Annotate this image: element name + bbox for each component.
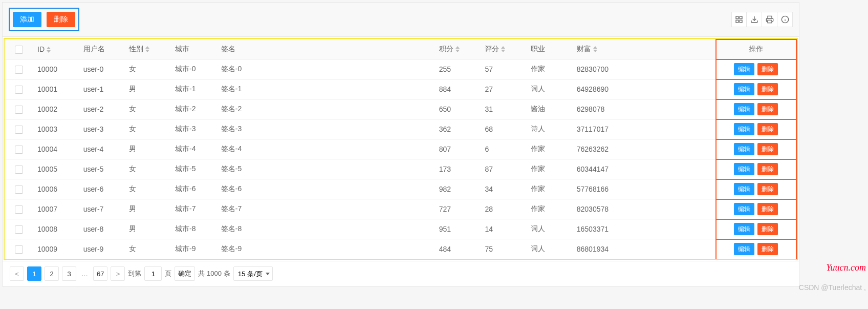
cell-user: user-4 xyxy=(79,139,125,159)
cell-job: 酱油 xyxy=(527,99,573,119)
edit-button[interactable]: 编辑 xyxy=(734,63,754,75)
col-score-label: 积分 xyxy=(439,45,453,53)
cell-id: 10008 xyxy=(33,219,79,239)
row-delete-button[interactable]: 删除 xyxy=(757,243,778,255)
edit-button[interactable]: 编辑 xyxy=(734,183,754,195)
edit-button[interactable]: 编辑 xyxy=(734,83,754,95)
row-delete-button[interactable]: 删除 xyxy=(757,203,778,215)
table-row: 10001user-1男城市-1签名-188427词人64928690编辑删除 xyxy=(5,79,796,99)
page-3-button[interactable]: 3 xyxy=(62,266,76,281)
sort-id[interactable] xyxy=(47,47,51,53)
cell-city: 城市-2 xyxy=(171,99,217,119)
prev-page-button[interactable]: < xyxy=(10,266,24,281)
row-delete-button[interactable]: 删除 xyxy=(757,83,778,95)
row-delete-button[interactable]: 删除 xyxy=(757,183,778,195)
col-operate-label: 操作 xyxy=(749,45,763,54)
cell-user: user-5 xyxy=(79,159,125,179)
row-checkbox[interactable] xyxy=(15,245,23,254)
add-button[interactable]: 添加 xyxy=(13,12,41,27)
edit-button[interactable]: 编辑 xyxy=(734,103,754,115)
cell-job: 作家 xyxy=(527,179,573,199)
table-row: 10006user-6女城市-6签名-698234作家57768166编辑删除 xyxy=(5,179,796,199)
row-delete-button[interactable]: 删除 xyxy=(757,223,778,235)
edit-button[interactable]: 编辑 xyxy=(734,163,754,175)
col-city-label: 城市 xyxy=(175,45,189,53)
cell-id: 10007 xyxy=(33,199,79,219)
goto-page-input[interactable] xyxy=(144,266,162,281)
cell-score: 362 xyxy=(435,119,481,139)
row-actions: 编辑删除 xyxy=(717,223,796,235)
cell-job: 作家 xyxy=(527,59,573,79)
cell-sex: 男 xyxy=(125,79,171,99)
row-delete-button[interactable]: 删除 xyxy=(757,143,778,155)
page-2-button[interactable]: 2 xyxy=(45,266,59,281)
cell-score: 484 xyxy=(435,239,481,259)
row-delete-button[interactable]: 删除 xyxy=(757,163,778,175)
print-icon[interactable] xyxy=(762,12,777,27)
edit-button[interactable]: 编辑 xyxy=(734,143,754,155)
edit-button[interactable]: 编辑 xyxy=(734,203,754,215)
cell-wealth: 82830700 xyxy=(573,59,716,79)
cell-sex: 女 xyxy=(125,119,171,139)
col-job-label: 职业 xyxy=(531,45,545,53)
edit-button[interactable]: 编辑 xyxy=(734,243,754,255)
cell-sign: 签名-8 xyxy=(217,219,435,239)
cell-wealth: 60344147 xyxy=(573,159,716,179)
table-row: 10007user-7男城市-7签名-772728作家82030578编辑删除 xyxy=(5,199,796,219)
row-checkbox[interactable] xyxy=(15,126,23,134)
delete-button[interactable]: 删除 xyxy=(47,12,75,27)
cell-id: 10002 xyxy=(33,99,79,119)
cell-city: 城市-8 xyxy=(171,219,217,239)
svg-rect-1 xyxy=(740,16,742,19)
columns-icon[interactable] xyxy=(731,12,747,27)
info-icon[interactable] xyxy=(777,12,793,27)
cell-city: 城市-7 xyxy=(171,199,217,219)
table-row: 10003user-3女城市-3签名-336268诗人37117017编辑删除 xyxy=(5,119,796,139)
cell-city: 城市-9 xyxy=(171,239,217,259)
sort-sex[interactable] xyxy=(145,46,149,52)
total-label: 共 1000 条 xyxy=(198,269,230,278)
per-page-select[interactable]: 15 条/页 xyxy=(233,266,273,281)
row-delete-button[interactable]: 删除 xyxy=(757,123,778,135)
watermark-site: Yuucn.com xyxy=(826,262,866,273)
row-checkbox[interactable] xyxy=(15,86,23,94)
row-checkbox[interactable] xyxy=(15,225,23,234)
row-checkbox[interactable] xyxy=(15,205,23,214)
cell-id: 10000 xyxy=(33,59,79,79)
page-last-button[interactable]: 67 xyxy=(93,266,107,281)
edit-button[interactable]: 编辑 xyxy=(734,123,754,135)
cell-score: 255 xyxy=(435,59,481,79)
row-actions: 编辑删除 xyxy=(717,63,796,75)
select-all-checkbox[interactable] xyxy=(15,46,23,54)
col-user-label: 用户名 xyxy=(83,45,105,53)
row-checkbox[interactable] xyxy=(15,186,23,194)
goto-label: 到第 xyxy=(128,269,141,278)
sort-wealth[interactable] xyxy=(593,46,597,52)
svg-rect-3 xyxy=(740,20,742,23)
cell-job: 诗人 xyxy=(527,119,573,139)
goto-confirm-button[interactable]: 确定 xyxy=(175,266,195,281)
row-checkbox[interactable] xyxy=(15,146,23,154)
col-rating-label: 评分 xyxy=(485,45,499,53)
edit-button[interactable]: 编辑 xyxy=(734,223,754,235)
row-delete-button[interactable]: 删除 xyxy=(757,63,778,75)
table-row: 10005user-5女城市-5签名-517387作家60344147编辑删除 xyxy=(5,159,796,179)
sort-score[interactable] xyxy=(455,46,460,52)
export-icon[interactable] xyxy=(747,12,762,27)
cell-city: 城市-0 xyxy=(171,59,217,79)
row-checkbox[interactable] xyxy=(15,66,23,74)
row-checkbox[interactable] xyxy=(15,106,23,114)
cell-rating: 31 xyxy=(481,99,527,119)
sort-rating[interactable] xyxy=(501,46,505,52)
cell-score: 807 xyxy=(435,139,481,159)
cell-sign: 签名-1 xyxy=(217,79,435,99)
row-delete-button[interactable]: 删除 xyxy=(757,103,778,115)
cell-sex: 男 xyxy=(125,199,171,219)
row-checkbox[interactable] xyxy=(15,166,23,174)
cell-city: 城市-3 xyxy=(171,119,217,139)
cell-score: 982 xyxy=(435,179,481,199)
page-1-button[interactable]: 1 xyxy=(27,266,41,281)
next-page-button[interactable]: > xyxy=(111,266,125,281)
cell-sign: 签名-0 xyxy=(217,59,435,79)
page-ellipsis: … xyxy=(79,270,90,278)
